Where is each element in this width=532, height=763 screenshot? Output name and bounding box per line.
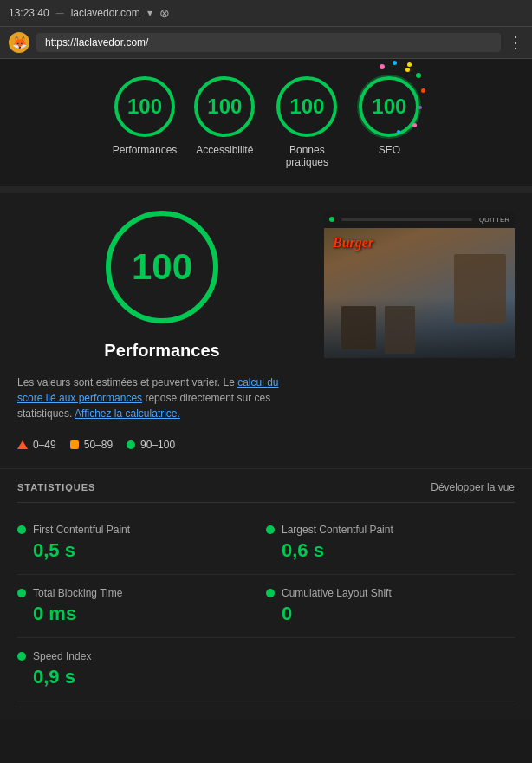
- score-value-accessibilite: 100: [207, 95, 242, 119]
- stat-value-lcp: 0,6 s: [266, 539, 515, 562]
- confetti-dot-2: [393, 61, 397, 65]
- confetti-dot-9: [407, 62, 412, 67]
- website-preview-container: QUITTER Burger: [324, 211, 515, 358]
- stat-label-lcp: Largest Contentful Paint: [266, 524, 515, 536]
- legend-item-good: 90–100: [127, 439, 175, 451]
- stats-header: STATISTIQUES Développer la vue: [17, 469, 515, 503]
- score-circle-performances: 100: [114, 76, 175, 137]
- big-score-circle: 100: [106, 211, 218, 323]
- stats-expand-button[interactable]: Développer la vue: [431, 481, 515, 493]
- legend-label-bad: 0–49: [33, 439, 56, 451]
- stat-name-cls: Cumulative Layout Shift: [282, 587, 392, 599]
- detail-section: 100 Performances Les valeurs sont estimé…: [0, 193, 532, 469]
- preview-img-area: Burger: [324, 228, 515, 358]
- stat-item-tbt: Total Blocking Time 0 ms: [17, 575, 266, 638]
- preview-figure-2: [341, 306, 376, 349]
- stat-item-fcp: First Contentful Paint 0,5 s: [17, 512, 266, 575]
- stat-item-cls: Cumulative Layout Shift 0: [266, 575, 515, 638]
- preview-logo-text: Burger: [333, 235, 373, 251]
- score-value-seo: 100: [372, 95, 406, 119]
- browser-time: 13:23:40: [9, 7, 49, 19]
- confetti-dot-5: [421, 88, 425, 93]
- stat-item-si: Speed Index 0,9 s: [17, 638, 515, 701]
- stat-name-si: Speed Index: [33, 650, 91, 662]
- scores-section: 100 Performances 100 Accessibilité 100 B…: [0, 59, 532, 186]
- legend: 0–49 50–89 90–100: [17, 439, 307, 451]
- browser-menu-button[interactable]: ⋮: [508, 33, 523, 52]
- score-label-accessibilite: Accessibilité: [196, 144, 253, 156]
- score-circle-bonnes-pratiques: 100: [276, 76, 337, 137]
- detail-desc-text1: Les valeurs sont estimées et peuvent var…: [17, 376, 235, 388]
- legend-item-medium: 50–89: [70, 439, 113, 451]
- confetti-dot-6: [418, 106, 422, 109]
- dropdown-icon[interactable]: ▾: [147, 7, 152, 19]
- score-item-performances[interactable]: 100 Performances: [113, 76, 178, 168]
- stat-dot-si: [17, 652, 26, 661]
- score-label-seo: SEO: [379, 144, 400, 156]
- stats-title: STATISTIQUES: [17, 482, 95, 492]
- legend-label-good: 90–100: [140, 439, 175, 451]
- preview-bg: Burger: [324, 228, 515, 358]
- stat-value-cls: 0: [266, 603, 515, 625]
- stat-dot-cls: [266, 589, 275, 597]
- detail-left: 100 Performances Les valeurs sont estimé…: [17, 211, 307, 451]
- preview-nav-text: QUITTER: [479, 216, 509, 224]
- stat-value-fcp: 0,5 s: [17, 539, 266, 562]
- stat-value-tbt: 0 ms: [17, 603, 266, 625]
- detail-description: Les valeurs sont estimées et peuvent var…: [17, 375, 307, 421]
- confetti-dot-8: [397, 130, 400, 134]
- avatar: 🦊: [9, 32, 29, 53]
- confetti-dot-3: [405, 68, 410, 72]
- stat-label-cls: Cumulative Layout Shift: [266, 587, 515, 599]
- confetti-dot-4: [416, 73, 421, 78]
- stat-name-tbt: Total Blocking Time: [33, 587, 122, 599]
- stat-label-tbt: Total Blocking Time: [17, 587, 266, 599]
- score-circle-accessibilite: 100: [194, 76, 255, 137]
- preview-figure-1: [454, 254, 506, 323]
- legend-item-bad: 0–49: [17, 439, 56, 451]
- stat-dot-lcp: [266, 525, 275, 534]
- detail-content: 100 Performances Les valeurs sont estimé…: [17, 211, 515, 451]
- score-label-performances: Performances: [113, 144, 178, 156]
- confetti-dot-1: [380, 64, 385, 69]
- url-text: https://laclavedor.com/: [45, 36, 148, 49]
- calculator-link[interactable]: Affichez la calculatrice.: [75, 408, 180, 420]
- address-bar-row: 🦊 https://laclavedor.com/ ⋮: [0, 27, 532, 59]
- score-item-accessibilite[interactable]: 100 Accessibilité: [194, 76, 255, 168]
- stat-label-fcp: First Contentful Paint: [17, 524, 266, 536]
- stat-item-lcp: Largest Contentful Paint 0,6 s: [266, 512, 515, 575]
- website-preview: QUITTER Burger: [324, 211, 515, 358]
- stat-dot-tbt: [17, 589, 26, 597]
- preview-figure-3: [385, 306, 415, 354]
- browser-domain: laclavedor.com: [71, 7, 140, 19]
- stat-value-si: 0,9 s: [17, 666, 515, 688]
- score-item-seo[interactable]: 100 SEO: [359, 76, 419, 168]
- legend-icon-good: [127, 440, 135, 449]
- score-value-bonnes-pratiques: 100: [289, 95, 324, 119]
- stop-icon[interactable]: ⊗: [159, 6, 170, 20]
- score-item-bonnes-pratiques[interactable]: 100 Bonnes pratiques: [272, 76, 341, 168]
- legend-label-medium: 50–89: [84, 439, 113, 451]
- legend-icon-medium: [70, 440, 79, 449]
- score-circle-seo: 100: [359, 76, 419, 137]
- preview-nav: QUITTER: [324, 211, 515, 228]
- url-bar[interactable]: https://laclavedor.com/: [36, 33, 501, 52]
- section-divider: [0, 186, 532, 193]
- stat-label-si: Speed Index: [17, 650, 515, 662]
- stats-section: STATISTIQUES Développer la vue First Con…: [0, 469, 532, 719]
- big-score-value: 100: [132, 246, 192, 288]
- legend-icon-bad: [17, 440, 28, 449]
- stat-dot-fcp: [17, 525, 26, 534]
- score-value-performances: 100: [127, 95, 162, 119]
- separator: –: [56, 5, 64, 21]
- confetti-dot-7: [412, 123, 417, 127]
- preview-nav-dot-logo: [329, 217, 334, 222]
- browser-chrome: 13:23:40 – laclavedor.com ▾ ⊗: [0, 0, 532, 27]
- stat-name-lcp: Largest Contentful Paint: [282, 524, 393, 536]
- score-label-bonnes-pratiques: Bonnes pratiques: [272, 144, 341, 168]
- detail-title: Performances: [17, 341, 307, 361]
- stats-grid: First Contentful Paint 0,5 s Largest Con…: [17, 512, 515, 638]
- preview-nav-line: [341, 218, 472, 221]
- stat-name-fcp: First Contentful Paint: [33, 524, 130, 536]
